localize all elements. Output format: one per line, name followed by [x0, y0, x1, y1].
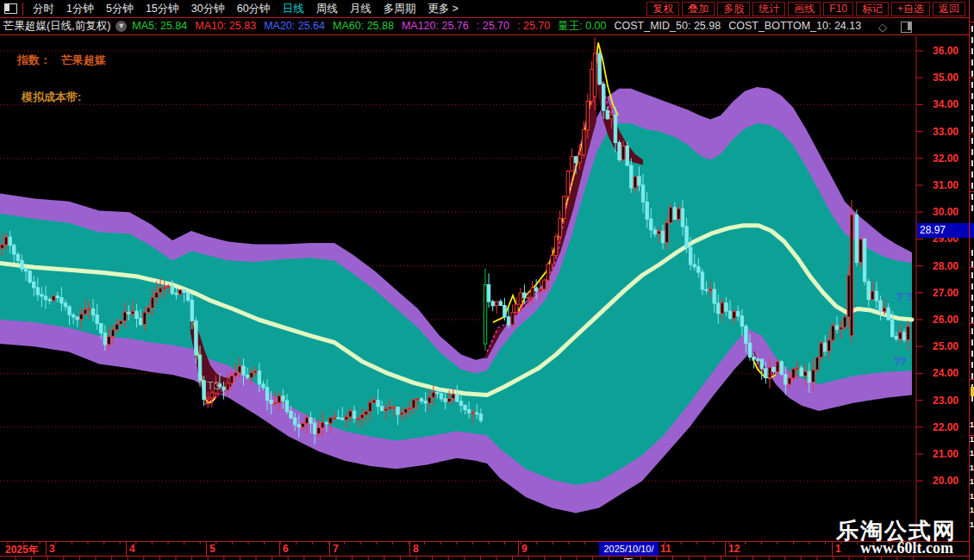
price-axis-label: 34.00	[933, 98, 971, 110]
stock-chart-app: { "menu_bar": { "window_icon": "split-sq…	[0, 0, 974, 560]
crosshair-price-tag: 28.97	[917, 223, 969, 238]
strip-digit: 1	[970, 449, 974, 457]
month-label: 11	[660, 543, 671, 555]
strip-digit: 1	[970, 520, 974, 529]
right-panel-strip[interactable]	[969, 0, 974, 560]
costband-label: 模拟成本带:	[22, 90, 81, 105]
strip-digit: 1	[970, 492, 974, 501]
price-axis-label: 28.00	[933, 260, 971, 272]
chart-svg[interactable]: T3? ???	[0, 0, 974, 560]
month-label: 3	[49, 543, 55, 555]
strip-digit: 1	[970, 420, 974, 429]
month-separator	[518, 542, 519, 556]
price-axis-label: 35.00	[933, 72, 971, 84]
month-label: 9	[521, 543, 528, 555]
price-axis-label: 24.00	[933, 367, 971, 379]
month-label: 12	[728, 543, 740, 555]
index-overlay: 指数： 芒果超媒	[17, 53, 106, 68]
month-separator	[329, 542, 330, 556]
month-label: 6	[283, 543, 289, 555]
month-label: 8	[413, 543, 419, 555]
date-axis	[0, 541, 969, 557]
month-separator	[832, 542, 833, 556]
index-label: 指数：	[17, 53, 51, 66]
question-mark-glyph: ? ?	[896, 291, 912, 303]
index-value: 芒果超媒	[61, 53, 106, 66]
price-axis-label: 22.00	[933, 421, 971, 433]
price-axis-label: 31.00	[933, 179, 971, 191]
strip-digit: 1	[970, 464, 974, 472]
month-label: 5	[209, 543, 215, 555]
price-axis-label: 36.00	[933, 45, 971, 57]
price-axis-label: 32.00	[933, 152, 971, 165]
watermark-url: www.60lt.com	[860, 539, 953, 557]
month-separator	[46, 542, 47, 556]
price-axis-label: 21.00	[933, 448, 971, 460]
month-label: 7	[333, 543, 339, 555]
year-label: 2025年	[5, 543, 39, 557]
month-separator	[725, 542, 726, 556]
month-label: 4	[129, 543, 135, 555]
month-separator	[409, 542, 410, 556]
price-axis-label: 20.00	[933, 475, 971, 487]
month-separator	[126, 542, 127, 556]
price-axis-label: 27.00	[933, 287, 971, 299]
strip-digit: 1	[970, 477, 974, 486]
price-axis-label: 25.00	[933, 340, 971, 352]
question-mark-glyph: ??	[894, 356, 907, 368]
t3-label: T3	[207, 379, 220, 392]
price-axis-label: 33.00	[933, 126, 971, 138]
crosshair-date-tag: 2025/10/10/五	[599, 542, 659, 556]
strip-digit: 1	[970, 506, 974, 514]
price-axis-label: 26.00	[933, 314, 971, 326]
price-axis-label: 30.00	[933, 206, 971, 218]
month-separator	[279, 542, 280, 556]
price-axis-label: 23.00	[933, 395, 971, 407]
month-separator	[206, 542, 207, 556]
strip-digit: 1	[970, 435, 974, 444]
